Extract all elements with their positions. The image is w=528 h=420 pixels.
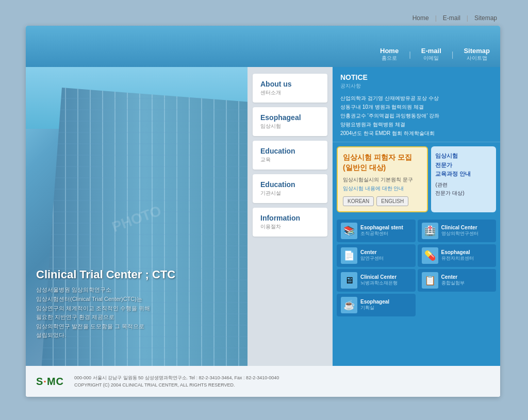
icon-item-center1[interactable]: 📄 Center 암연구센터 [337,244,416,267]
header-nav: Home 홈으로 | E-mail 이메일 | Sitemap 사이트맵 [380,47,490,62]
icon-item-esophageal3[interactable]: ☕ Esophageal 기획실 [337,294,416,316]
icon-text-center2: Center 종합실험부 [441,274,465,287]
esophageal2-icon: 💊 [422,247,438,264]
footer-text: 000-000 서울시 강남구 일원동 50 삼성생명과학연구소. Tel : … [74,374,279,389]
middle-nav: About us 센터소개 Esophageal 임상시험 Education … [248,67,333,371]
notice-subtitle: 공지사항 [340,82,492,90]
menu-item-information[interactable]: Information 이용절차 [253,208,327,237]
notice-line-5: 2004년도 한국 EMDR 협회 하계학술대회 [340,129,492,138]
clinical-center2-icon: 🖥 [341,272,357,289]
menu-item-education2-kr: 기관시설 [260,190,320,197]
footer-logo: S·MC [36,376,64,388]
korean-button[interactable]: KOREAN [343,196,374,206]
menu-item-education1-kr: 교육 [260,156,320,163]
right-section: NOTICE 공지사항 산업의학과 검기영 산재예방유공 포상 수상 성동구내 … [333,67,500,371]
footer: S·MC 000-000 서울시 강남구 일원동 50 삼성생명과학연구소. T… [26,366,500,397]
icon-text-esophageal2: Esophageal 유전자치료센터 [441,249,474,262]
icon-text-esophageal-stent: Esophageal stent 조직공학센터 [360,225,403,237]
menu-item-about[interactable]: About us 센터소개 [253,74,327,103]
hero-subtitle: 삼성서울병원 임상의학연구소 임상시험센터(Clinical Trial Cen… [36,285,175,340]
menu-item-esophageal[interactable]: Esophageal 임상시험 [253,107,327,136]
center1-icon: 📄 [341,247,357,264]
icon-item-esophageal-stent[interactable]: 📚 Esophageal stent 조직공학센터 [337,220,416,242]
header-nav-home[interactable]: Home 홈으로 [380,47,399,62]
menu-item-information-kr: 이용절차 [260,223,320,230]
icon-text-esophageal3: Esophageal 기획실 [360,299,389,311]
hero-image-section: PHOTO Clinical Trial Center ; CTC 삼성서울병원… [26,67,248,371]
esophageal-stent-icon: 📚 [341,223,357,239]
notice-section: NOTICE 공지사항 산업의학과 검기영 산재예방유공 포상 수상 성동구내 … [333,67,500,142]
notice-title: NOTICE [340,73,492,81]
menu-item-esophageal-en: Esophageal [260,113,320,122]
menu-item-education1-en: Education [260,147,320,155]
banner-buttons: KOREAN ENGLISH [343,196,422,206]
banner-left: 임상시험 피험자 모집(일반인 대상) 임상시험실시의 기본원칙 문구 임상시험… [337,146,428,212]
banner-right-sub: (관련전문가 대상) [435,181,492,197]
menu-item-about-kr: 센터소개 [260,89,320,96]
header-nav-sitemap[interactable]: Sitemap 사이트맵 [464,47,490,62]
header: Home 홈으로 | E-mail 이메일 | Sitemap 사이트맵 [26,26,500,67]
menu-item-education2-en: Education [260,180,320,189]
notice-line-1: 산업의학과 검기영 산재예방유공 포상 수상 [340,94,492,103]
icons-grid: 📚 Esophageal stent 조직공학센터 🏥 Clinical Cen… [333,216,500,320]
menu-item-education1[interactable]: Education 교육 [253,141,327,170]
top-nav-home[interactable]: Home [412,14,429,22]
banner-section: 임상시험 피험자 모집(일반인 대상) 임상시험실시의 기본원칙 문구 임상시험… [337,146,496,212]
banner-right-title: 임상시험전문가교육과정 안내 [435,152,492,179]
hero-title: Clinical Trial Center ; CTC [36,268,175,281]
icon-item-clinical-center2[interactable]: 🖥 Clinical Center 뇌병과학소재은행 [337,269,416,292]
icon-text-clinical-center1: Clinical Center 영상의학연구센터 [441,225,478,237]
center2-icon: 📋 [422,272,438,289]
icon-item-clinical-center1[interactable]: 🏥 Clinical Center 영상의학연구센터 [418,220,497,242]
notice-line-2: 성동구내 10개 병원과 협력의원 체결 [340,103,492,111]
icon-text-center1: Center 암연구센터 [360,249,384,262]
notice-line-3: 안홍권교수 '주의역결핍 과잉행동장애' 강좌 [340,111,492,120]
footer-address: 000-000 서울시 강남구 일원동 50 삼성생명과학연구소. Tel : … [74,374,279,381]
banner-right: 임상시험전문가교육과정 안내 (관련전문가 대상) [431,146,496,212]
top-nav-sitemap[interactable]: Sitemap [474,14,497,22]
icon-text-clinical-center2: Clinical Center 뇌병과학소재은행 [360,274,398,287]
menu-item-education2[interactable]: Education 기관시설 [253,174,327,203]
clinical-center1-icon: 🏥 [422,223,438,239]
esophageal3-icon: ☕ [341,297,357,313]
menu-item-about-en: About us [260,80,320,88]
top-nav-email[interactable]: E-mail [443,14,460,22]
banner-link[interactable]: 임상시험 내용에 대한 안내 [343,185,422,192]
hero-caption: Clinical Trial Center ; CTC 삼성서울병원 임상의학연… [36,268,175,340]
notice-line-4: 양평요병원과 협력병원 체결 [340,120,492,129]
top-nav-bar: Home | E-mail | Sitemap [412,14,497,22]
header-nav-email[interactable]: E-mail 이메일 [421,47,441,62]
notice-text: 산업의학과 검기영 산재예방유공 포상 수상 성동구내 10개 병원과 협력의원… [340,94,492,138]
footer-copyright: COPYRIGHT (C) 2004 CLINICAL TRIAL CENTER… [74,381,279,389]
english-button[interactable]: ENGLISH [376,196,408,206]
main-container: Home 홈으로 | E-mail 이메일 | Sitemap 사이트맵 PHO… [26,26,500,397]
menu-item-information-en: Information [260,214,320,222]
menu-item-esophageal-kr: 임상시험 [260,123,320,130]
banner-desc1: 임상시험실시의 기본원칙 문구 [343,176,422,183]
banner-title: 임상시험 피험자 모집(일반인 대상) [343,153,422,173]
icon-item-center2[interactable]: 📋 Center 종합실험부 [418,269,497,292]
icon-item-esophageal2[interactable]: 💊 Esophageal 유전자치료센터 [418,244,497,267]
